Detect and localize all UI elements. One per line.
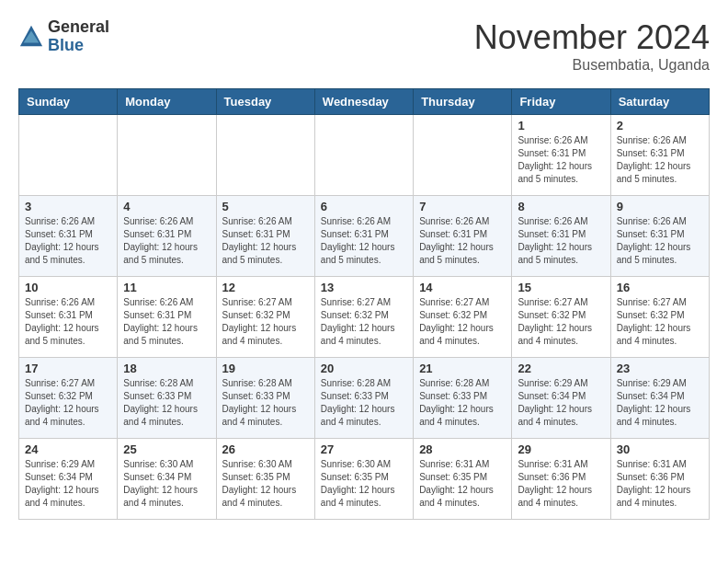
day-number: 2 [617, 119, 703, 132]
calendar-week-row: 24Sunrise: 6:29 AM Sunset: 6:34 PM Dayli… [19, 439, 710, 520]
calendar-day-cell: 30Sunrise: 6:31 AM Sunset: 6:36 PM Dayli… [610, 439, 709, 520]
calendar-day-cell: 11Sunrise: 6:26 AM Sunset: 6:31 PM Dayli… [118, 277, 216, 358]
day-info: Sunrise: 6:29 AM Sunset: 6:34 PM Dayligh… [518, 377, 604, 429]
day-info: Sunrise: 6:30 AM Sunset: 6:35 PM Dayligh… [321, 458, 407, 510]
day-number: 27 [321, 442, 407, 456]
calendar-day-cell: 5Sunrise: 6:26 AM Sunset: 6:31 PM Daylig… [216, 196, 314, 277]
day-number: 21 [419, 362, 506, 375]
day-info: Sunrise: 6:30 AM Sunset: 6:34 PM Dayligh… [123, 458, 210, 510]
day-number: 30 [617, 442, 703, 456]
day-number: 18 [123, 362, 210, 375]
calendar-day-cell [118, 115, 216, 196]
day-number: 3 [25, 200, 111, 213]
calendar-day-cell: 13Sunrise: 6:27 AM Sunset: 6:32 PM Dayli… [314, 277, 413, 358]
calendar-day-cell: 23Sunrise: 6:29 AM Sunset: 6:34 PM Dayli… [610, 358, 709, 439]
calendar-day-cell: 14Sunrise: 6:27 AM Sunset: 6:32 PM Dayli… [414, 277, 512, 358]
day-info: Sunrise: 6:26 AM Sunset: 6:31 PM Dayligh… [123, 296, 210, 348]
calendar-day-cell: 12Sunrise: 6:27 AM Sunset: 6:32 PM Dayli… [216, 277, 314, 358]
day-info: Sunrise: 6:26 AM Sunset: 6:31 PM Dayligh… [123, 215, 210, 267]
day-info: Sunrise: 6:27 AM Sunset: 6:32 PM Dayligh… [419, 296, 506, 348]
day-info: Sunrise: 6:27 AM Sunset: 6:32 PM Dayligh… [25, 377, 111, 429]
calendar-day-cell: 28Sunrise: 6:31 AM Sunset: 6:35 PM Dayli… [414, 439, 512, 520]
day-number: 14 [419, 281, 506, 294]
month-title: November 2024 [474, 18, 710, 57]
day-info: Sunrise: 6:28 AM Sunset: 6:33 PM Dayligh… [419, 377, 506, 429]
day-info: Sunrise: 6:30 AM Sunset: 6:35 PM Dayligh… [222, 458, 309, 510]
calendar-weekday-header: Monday [118, 89, 216, 115]
calendar-day-cell: 2Sunrise: 6:26 AM Sunset: 6:31 PM Daylig… [610, 115, 709, 196]
day-number: 9 [617, 200, 703, 213]
calendar-day-cell: 20Sunrise: 6:28 AM Sunset: 6:33 PM Dayli… [314, 358, 413, 439]
calendar-weekday-header: Thursday [414, 89, 512, 115]
day-info: Sunrise: 6:27 AM Sunset: 6:32 PM Dayligh… [321, 296, 407, 348]
logo-icon [18, 24, 44, 50]
day-number: 12 [222, 281, 309, 294]
day-info: Sunrise: 6:31 AM Sunset: 6:35 PM Dayligh… [419, 458, 506, 510]
calendar-day-cell: 15Sunrise: 6:27 AM Sunset: 6:32 PM Dayli… [512, 277, 610, 358]
day-number: 5 [222, 200, 309, 213]
day-number: 7 [419, 200, 506, 213]
day-number: 26 [222, 442, 309, 456]
calendar-week-row: 1Sunrise: 6:26 AM Sunset: 6:31 PM Daylig… [19, 115, 710, 196]
calendar-day-cell: 6Sunrise: 6:26 AM Sunset: 6:31 PM Daylig… [314, 196, 413, 277]
day-info: Sunrise: 6:31 AM Sunset: 6:36 PM Dayligh… [518, 458, 604, 510]
calendar-day-cell: 19Sunrise: 6:28 AM Sunset: 6:33 PM Dayli… [216, 358, 314, 439]
day-info: Sunrise: 6:31 AM Sunset: 6:36 PM Dayligh… [617, 458, 703, 510]
day-number: 6 [321, 200, 407, 213]
day-number: 20 [321, 362, 407, 375]
calendar-day-cell: 10Sunrise: 6:26 AM Sunset: 6:31 PM Dayli… [19, 277, 118, 358]
day-info: Sunrise: 6:27 AM Sunset: 6:32 PM Dayligh… [617, 296, 703, 348]
day-info: Sunrise: 6:26 AM Sunset: 6:31 PM Dayligh… [25, 215, 111, 267]
day-number: 11 [123, 281, 210, 294]
calendar-day-cell: 21Sunrise: 6:28 AM Sunset: 6:33 PM Dayli… [414, 358, 512, 439]
calendar-weekday-header: Sunday [19, 89, 118, 115]
day-number: 1 [518, 119, 604, 132]
calendar-day-cell: 7Sunrise: 6:26 AM Sunset: 6:31 PM Daylig… [414, 196, 512, 277]
calendar-day-cell: 27Sunrise: 6:30 AM Sunset: 6:35 PM Dayli… [314, 439, 413, 520]
day-info: Sunrise: 6:29 AM Sunset: 6:34 PM Dayligh… [25, 458, 111, 510]
title-block: November 2024 Busembatia, Uganda [474, 18, 710, 74]
day-info: Sunrise: 6:26 AM Sunset: 6:31 PM Dayligh… [518, 134, 604, 186]
calendar-day-cell [414, 115, 512, 196]
calendar-day-cell: 17Sunrise: 6:27 AM Sunset: 6:32 PM Dayli… [19, 358, 118, 439]
day-info: Sunrise: 6:26 AM Sunset: 6:31 PM Dayligh… [419, 215, 506, 267]
day-info: Sunrise: 6:26 AM Sunset: 6:31 PM Dayligh… [617, 134, 703, 186]
day-number: 19 [222, 362, 309, 375]
calendar-weekday-header: Tuesday [216, 89, 314, 115]
calendar-header-row: SundayMondayTuesdayWednesdayThursdayFrid… [19, 89, 710, 115]
day-info: Sunrise: 6:26 AM Sunset: 6:31 PM Dayligh… [25, 296, 111, 348]
day-info: Sunrise: 6:26 AM Sunset: 6:31 PM Dayligh… [321, 215, 407, 267]
calendar-week-row: 17Sunrise: 6:27 AM Sunset: 6:32 PM Dayli… [19, 358, 710, 439]
calendar-day-cell: 1Sunrise: 6:26 AM Sunset: 6:31 PM Daylig… [512, 115, 610, 196]
calendar-weekday-header: Saturday [610, 89, 709, 115]
logo-text: General Blue [48, 18, 109, 55]
day-number: 13 [321, 281, 407, 294]
calendar-day-cell: 8Sunrise: 6:26 AM Sunset: 6:31 PM Daylig… [512, 196, 610, 277]
calendar-day-cell: 29Sunrise: 6:31 AM Sunset: 6:36 PM Dayli… [512, 439, 610, 520]
day-number: 29 [518, 442, 604, 456]
day-number: 22 [518, 362, 604, 375]
day-info: Sunrise: 6:26 AM Sunset: 6:31 PM Dayligh… [222, 215, 309, 267]
day-info: Sunrise: 6:28 AM Sunset: 6:33 PM Dayligh… [222, 377, 309, 429]
calendar-day-cell: 9Sunrise: 6:26 AM Sunset: 6:31 PM Daylig… [610, 196, 709, 277]
day-number: 15 [518, 281, 604, 294]
logo: General Blue [18, 18, 109, 55]
logo-general: General [48, 18, 109, 37]
calendar-day-cell [216, 115, 314, 196]
day-number: 8 [518, 200, 604, 213]
day-number: 4 [123, 200, 210, 213]
day-number: 25 [123, 442, 210, 456]
day-info: Sunrise: 6:27 AM Sunset: 6:32 PM Dayligh… [222, 296, 309, 348]
calendar-week-row: 10Sunrise: 6:26 AM Sunset: 6:31 PM Dayli… [19, 277, 710, 358]
day-number: 24 [25, 442, 111, 456]
logo-blue: Blue [48, 37, 109, 55]
calendar-day-cell [314, 115, 413, 196]
day-number: 16 [617, 281, 703, 294]
calendar-week-row: 3Sunrise: 6:26 AM Sunset: 6:31 PM Daylig… [19, 196, 710, 277]
day-number: 23 [617, 362, 703, 375]
day-number: 17 [25, 362, 111, 375]
calendar-day-cell: 16Sunrise: 6:27 AM Sunset: 6:32 PM Dayli… [610, 277, 709, 358]
location-subtitle: Busembatia, Uganda [474, 57, 710, 74]
calendar-table: SundayMondayTuesdayWednesdayThursdayFrid… [18, 88, 710, 520]
day-info: Sunrise: 6:27 AM Sunset: 6:32 PM Dayligh… [518, 296, 604, 348]
